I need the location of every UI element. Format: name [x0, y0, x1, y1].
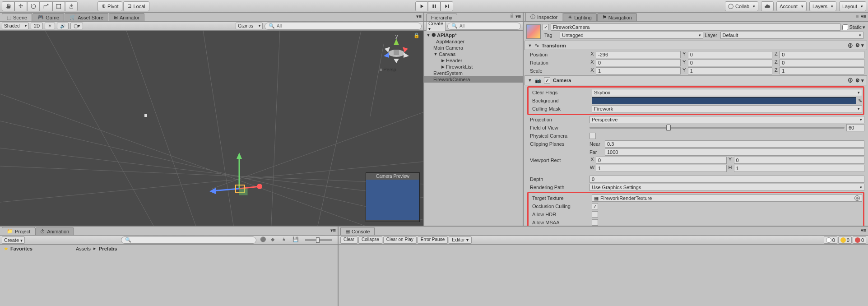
- scl-y-input[interactable]: [688, 67, 773, 74]
- 2d-toggle[interactable]: 2D: [31, 23, 43, 29]
- scl-x-input[interactable]: [596, 67, 681, 74]
- orientation-gizmo[interactable]: y: [378, 35, 414, 71]
- fold-icon[interactable]: ▶: [441, 58, 445, 63]
- inspector-tab[interactable]: ⓘInspector: [525, 12, 562, 21]
- error-pause-button[interactable]: Error Pause: [418, 236, 448, 244]
- hierarchy-item-eventsystem[interactable]: EventSystem: [424, 70, 523, 76]
- project-menu[interactable]: ▾≡: [330, 227, 336, 233]
- gameobject-name-input[interactable]: [551, 23, 840, 31]
- clear-on-play-button[interactable]: Clear on Play: [383, 236, 417, 244]
- rot-x-input[interactable]: [596, 59, 681, 66]
- static-checkbox[interactable]: Static ▾: [842, 24, 865, 30]
- breadcrumb-assets[interactable]: Assets: [76, 246, 91, 251]
- hand-tool[interactable]: [2, 1, 14, 11]
- step-button[interactable]: [441, 1, 453, 11]
- far-input[interactable]: [605, 148, 864, 156]
- near-input[interactable]: [605, 140, 864, 148]
- transform-tool[interactable]: [65, 1, 78, 11]
- collab-dropdown[interactable]: ◯Collab: [725, 1, 758, 11]
- pos-z-input[interactable]: [780, 51, 864, 58]
- fx-toggle[interactable]: ▢▾: [70, 23, 83, 29]
- scene-search-input[interactable]: [277, 23, 418, 28]
- culling-mask-dropdown[interactable]: Firework: [592, 105, 862, 112]
- pos-y-input[interactable]: [688, 51, 773, 58]
- panel-menu[interactable]: ▾≡: [416, 14, 422, 19]
- account-dropdown[interactable]: Account: [776, 1, 807, 11]
- lighting-tab[interactable]: ☀Lighting: [563, 13, 597, 21]
- filter-type-icon[interactable]: ◆: [271, 236, 278, 244]
- hierarchy-item-maincamera[interactable]: Main Camera: [424, 45, 523, 51]
- fold-icon[interactable]: ▶: [441, 65, 445, 69]
- layer-dropdown[interactable]: Default: [720, 32, 864, 39]
- depth-input[interactable]: [589, 176, 864, 183]
- hierarchy-menu[interactable]: ▾≡: [510, 14, 521, 19]
- tag-dropdown[interactable]: Untagged: [560, 32, 703, 39]
- occlusion-checkbox[interactable]: ✓: [592, 203, 598, 209]
- scene-tab[interactable]: ⬚Scene: [2, 13, 32, 21]
- vp-w-input[interactable]: [596, 165, 727, 172]
- warn-badge[interactable]: 0: [838, 236, 852, 244]
- save-icon[interactable]: 💾: [292, 236, 300, 244]
- gear-icon[interactable]: ⚙ ▾: [855, 78, 864, 83]
- cloud-button[interactable]: [761, 1, 774, 11]
- fov-slider[interactable]: [589, 127, 845, 129]
- console-tab[interactable]: ▤Console: [340, 227, 375, 235]
- rotate-tool[interactable]: [27, 1, 40, 11]
- vp-x-input[interactable]: [596, 157, 727, 164]
- background-color[interactable]: [592, 97, 856, 104]
- fold-icon[interactable]: ▼: [433, 52, 438, 56]
- hierarchy-item-fireworklist[interactable]: ▶FireworkList: [424, 64, 523, 70]
- help-icon[interactable]: 🛈: [848, 78, 853, 83]
- rot-y-input[interactable]: [688, 59, 773, 66]
- camera-component-header[interactable]: ▼ 📷 ✓ Camera 🛈 ⚙ ▾: [525, 75, 867, 85]
- light-toggle[interactable]: ☀: [45, 23, 55, 29]
- filter-icon[interactable]: ⚫: [260, 236, 267, 244]
- pos-x-input[interactable]: [596, 51, 681, 58]
- hierarchy-item-header[interactable]: ▶Header: [424, 57, 523, 64]
- play-button[interactable]: [415, 1, 428, 11]
- pivot-toggle[interactable]: ⊕Pivot: [97, 1, 122, 11]
- breadcrumb-prefabs[interactable]: Prefabs: [99, 246, 117, 251]
- console-menu[interactable]: ▾≡: [861, 227, 866, 233]
- scale-tool[interactable]: [40, 1, 52, 11]
- hierarchy-tab[interactable]: Hierarchy: [426, 14, 457, 21]
- hierarchy-search-input[interactable]: [460, 23, 517, 28]
- project-search-input[interactable]: [133, 237, 252, 242]
- audio-toggle[interactable]: 🔊: [57, 23, 69, 29]
- camera-enabled-checkbox[interactable]: ✓: [544, 77, 550, 83]
- local-toggle[interactable]: ⊡Local: [123, 1, 149, 11]
- inspector-menu[interactable]: ▾≡: [855, 14, 866, 19]
- transform-gizmo[interactable]: [208, 148, 271, 211]
- hierarchy-item-canvas[interactable]: ▼Canvas: [424, 51, 523, 57]
- scene-search[interactable]: 🔍: [265, 23, 422, 30]
- hdr-checkbox[interactable]: [592, 211, 598, 218]
- animator-tab[interactable]: ⊞Animator: [109, 13, 144, 21]
- move-tool[interactable]: [14, 1, 27, 11]
- rot-z-input[interactable]: [780, 59, 864, 66]
- projection-dropdown[interactable]: Perspective: [589, 116, 864, 123]
- project-tab[interactable]: 📁Project: [2, 227, 35, 235]
- hierarchy-item-appmanager[interactable]: _AppManager: [424, 38, 523, 45]
- lock-icon[interactable]: 🔒: [413, 32, 420, 38]
- gizmos-dropdown[interactable]: Gizmos: [236, 23, 263, 29]
- collapse-button[interactable]: Collapse: [358, 236, 382, 244]
- fold-icon[interactable]: ▼: [528, 78, 532, 83]
- hierarchy-search[interactable]: 🔍: [447, 23, 521, 30]
- error-badge[interactable]: 0: [853, 236, 866, 244]
- gear-icon[interactable]: ⚙ ▾: [855, 42, 864, 48]
- vp-h-input[interactable]: [734, 165, 865, 172]
- transform-component-header[interactable]: ▼ ⤡ Transform 🛈 ⚙ ▾: [525, 41, 867, 50]
- scene-viewport[interactable]: y ≡ Persp 🔒 Camera Preview: [0, 31, 423, 226]
- project-create-dropdown[interactable]: Create ▾: [2, 236, 25, 244]
- favorites-item[interactable]: ★Favorites: [0, 245, 72, 253]
- star-icon[interactable]: ★: [282, 236, 289, 244]
- fold-icon[interactable]: ▼: [528, 43, 532, 48]
- hierarchy-create-dropdown[interactable]: Create ▾: [426, 20, 446, 32]
- pause-button[interactable]: [428, 1, 441, 11]
- animation-tab[interactable]: ⏱Animation: [35, 227, 74, 235]
- target-texture-field[interactable]: ▦FireworkRenderTexture⊙: [592, 195, 862, 202]
- clear-button[interactable]: Clear: [340, 236, 357, 244]
- render-path-dropdown[interactable]: Use Graphics Settings: [589, 184, 864, 191]
- gameobject-active-checkbox[interactable]: ✓: [543, 24, 549, 30]
- hierarchy-item-fireworkcamera[interactable]: FireworkCamera: [424, 76, 523, 83]
